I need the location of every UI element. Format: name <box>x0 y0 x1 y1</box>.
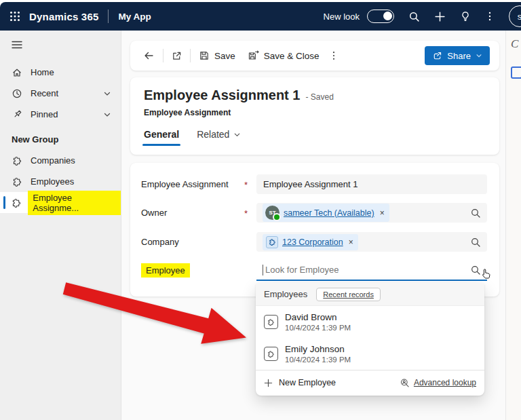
result-name: David Brown <box>285 312 351 322</box>
tab-related-label: Related <box>197 129 229 140</box>
sidebar-item-recent[interactable]: Recent <box>0 83 121 104</box>
text-caret <box>263 265 263 275</box>
sidebar-item-employees[interactable]: Employees <box>0 171 121 192</box>
employee-lookup-input[interactable]: Look for Employee <box>256 260 487 281</box>
app-name[interactable]: My App <box>118 12 151 22</box>
share-button[interactable]: Share <box>425 46 490 65</box>
lightbulb-icon[interactable] <box>460 11 471 22</box>
back-button[interactable] <box>137 46 161 65</box>
remove-owner-icon[interactable]: × <box>380 209 385 217</box>
field-row-employee-assignment: Employee Assignment * Employee Assignmen… <box>141 174 487 194</box>
open-in-new-window-icon <box>172 51 182 61</box>
form-tabs: General Related <box>144 129 486 146</box>
flyout-footer: New Employee Advanced lookup <box>256 370 484 395</box>
field-value: Employee Assignment 1 <box>263 179 358 189</box>
lookup-result-david-brown[interactable]: David Brown 10/4/2024 1:39 PM <box>256 306 484 338</box>
sidebar-item-companies[interactable]: Companies <box>0 150 121 171</box>
command-bar-separator <box>190 49 191 62</box>
home-icon <box>12 67 22 78</box>
lookup-field-owner[interactable]: ST sameer Tech (Available) × <box>256 203 487 223</box>
company-entity-icon <box>266 236 278 248</box>
owner-avatar: ST <box>265 206 279 220</box>
required-marker: * <box>244 178 256 190</box>
form-body: Employee Assignment * Employee Assignmen… <box>130 163 499 297</box>
form-header: Employee Assignment 1 - Saved Employee A… <box>130 77 499 155</box>
sidebar-group-header: New Group <box>0 125 121 150</box>
panel-icon[interactable] <box>511 66 521 79</box>
brand-title[interactable]: Dynamics 365 <box>29 11 98 22</box>
field-row-owner: Owner * ST sameer Tech (Available) × <box>141 203 487 223</box>
record-title: Employee Assignment 1 <box>144 88 300 103</box>
chevron-down-icon[interactable] <box>103 111 111 119</box>
tab-general-label: General <box>144 129 179 140</box>
field-label: Employee Assignment <box>141 179 244 189</box>
topbar-divider <box>108 9 109 23</box>
flyout-title: Employees <box>264 289 307 299</box>
flyout-header: Employees Recent records <box>256 283 484 306</box>
field-label: Company <box>141 237 244 247</box>
company-record-chip[interactable]: 123 Corporation × <box>263 234 358 250</box>
more-vertical-icon <box>329 50 339 61</box>
advanced-lookup-button[interactable]: Advanced lookup <box>400 378 476 388</box>
save-and-close-button[interactable]: Save & Close <box>242 46 326 65</box>
sidebar-item-employee-assignment[interactable]: Employee Assignme... <box>0 192 121 213</box>
owner-record-chip[interactable]: ST sameer Tech (Available) × <box>263 204 389 222</box>
save-and-close-label: Save & Close <box>264 51 320 61</box>
field-label: Owner <box>141 208 244 218</box>
entity-puzzle-icon <box>264 315 278 329</box>
employee-label-highlight: Employee <box>141 263 190 278</box>
field-row-employee: Employee Look for Employee <box>141 261 487 280</box>
presence-available-icon <box>273 213 281 221</box>
chevron-down-icon <box>233 131 241 138</box>
new-look-toggle[interactable] <box>367 9 394 23</box>
waffle-icon[interactable] <box>9 11 20 22</box>
lookup-result-emily-johnson[interactable]: Emily Johnson 10/4/2024 1:39 PM <box>256 338 484 370</box>
text-field-employee-assignment[interactable]: Employee Assignment 1 <box>256 174 487 194</box>
remove-company-icon[interactable]: × <box>349 238 353 246</box>
waffle-icon <box>9 11 20 22</box>
toggle-knob <box>383 12 392 20</box>
sidebar-item-home[interactable]: Home <box>0 62 121 83</box>
entity-puzzle-icon <box>12 176 22 187</box>
new-employee-button[interactable]: New Employee <box>264 378 336 387</box>
search-records-icon[interactable] <box>470 265 481 275</box>
chevron-down-icon[interactable] <box>103 90 111 98</box>
owner-record-link[interactable]: sameer Tech (Available) <box>284 208 374 218</box>
entity-puzzle-icon <box>12 197 22 208</box>
sidebar-item-pinned[interactable]: Pinned <box>0 104 121 125</box>
open-in-new-window-button[interactable] <box>166 47 188 65</box>
copilot-icon[interactable]: C <box>511 37 518 51</box>
search-records-icon[interactable] <box>470 237 481 248</box>
back-arrow-icon <box>143 50 155 61</box>
save-status: - Saved <box>305 92 333 102</box>
more-vertical-icon[interactable] <box>485 11 495 22</box>
lookup-field-company[interactable]: 123 Corporation × <box>256 232 487 252</box>
search-records-icon[interactable] <box>470 208 481 218</box>
user-avatar[interactable]: s <box>509 5 521 27</box>
new-employee-label: New Employee <box>279 378 336 387</box>
add-icon <box>264 379 273 387</box>
top-navigation-bar: Dynamics 365 My App New look <box>0 2 521 31</box>
recent-records-button[interactable]: Recent records <box>316 288 381 301</box>
sidebar-item-label: Recent <box>31 88 58 98</box>
pin-icon <box>12 109 22 119</box>
clock-icon <box>12 88 22 99</box>
required-marker-empty <box>244 242 256 243</box>
chevron-down-icon <box>476 52 482 59</box>
tab-related[interactable]: Related <box>197 129 241 146</box>
topbar-actions: New look <box>324 5 521 27</box>
field-label-highlighted: Employee <box>141 265 244 275</box>
required-marker-empty <box>244 270 256 271</box>
more-commands-button[interactable] <box>326 46 342 65</box>
tab-general[interactable]: General <box>144 129 179 146</box>
hamburger-menu-icon[interactable] <box>0 31 22 56</box>
entity-puzzle-icon <box>12 155 22 166</box>
save-button[interactable]: Save <box>193 46 242 65</box>
company-record-link[interactable]: 123 Corporation <box>282 237 343 247</box>
add-icon[interactable] <box>434 11 446 22</box>
result-name: Emily Johnson <box>285 344 351 354</box>
sidebar-item-label: Employees <box>31 176 74 187</box>
search-icon[interactable] <box>408 11 420 22</box>
new-look-label: New look <box>324 12 360 22</box>
command-bar: Save Save & Close <box>130 41 499 71</box>
